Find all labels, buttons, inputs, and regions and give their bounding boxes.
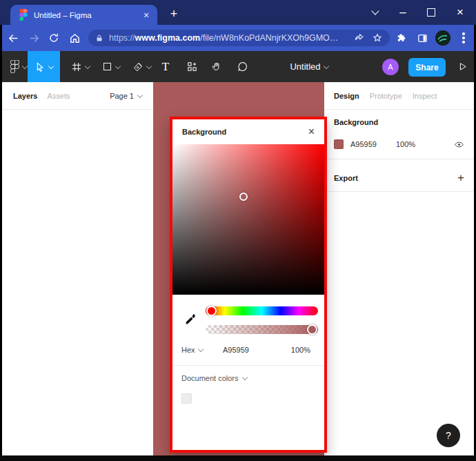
profile-avatar[interactable] xyxy=(435,30,451,46)
background-opacity-value[interactable]: 100% xyxy=(396,140,415,148)
hue-slider-handle[interactable] xyxy=(206,306,217,316)
tab-close-button[interactable]: × xyxy=(141,10,152,21)
opacity-value-input[interactable]: 100% xyxy=(291,346,310,354)
tab-inspect[interactable]: Inspect xyxy=(413,92,437,100)
component-icon xyxy=(186,61,198,72)
tab-title: Untitled – Figma xyxy=(34,11,141,19)
divider xyxy=(172,365,324,366)
document-color-swatch[interactable] xyxy=(181,393,192,404)
page-selector[interactable]: Page 1 xyxy=(110,92,142,100)
pen-tool-button[interactable] xyxy=(127,51,157,82)
browser-titlebar: Untitled – Figma × + – × xyxy=(0,0,476,25)
comment-icon xyxy=(237,61,248,72)
opacity-slider-handle[interactable] xyxy=(307,324,317,335)
chevron-down-icon xyxy=(241,375,247,380)
bookmark-button[interactable] xyxy=(372,32,383,43)
properties-panel: Design Prototype Inspect Background A959… xyxy=(324,82,474,455)
file-title: Untitled xyxy=(290,61,320,72)
puzzle-icon xyxy=(396,32,408,44)
close-window-button[interactable]: × xyxy=(450,3,470,22)
chevron-down-icon xyxy=(146,63,152,68)
background-color-swatch[interactable] xyxy=(334,139,344,149)
frame-icon xyxy=(71,61,82,72)
hue-slider[interactable] xyxy=(206,306,318,315)
chevron-down-icon xyxy=(85,63,90,68)
forward-button[interactable] xyxy=(27,31,41,45)
help-button[interactable]: ? xyxy=(437,424,460,447)
figma-favicon-icon xyxy=(19,9,28,21)
comment-tool-button[interactable] xyxy=(230,51,255,82)
side-panel-button[interactable] xyxy=(415,30,430,46)
extensions-button[interactable] xyxy=(394,30,409,46)
back-button[interactable] xyxy=(6,31,20,45)
kebab-menu-icon xyxy=(462,37,465,39)
opacity-slider[interactable] xyxy=(206,325,318,334)
chevron-down-icon xyxy=(371,7,379,14)
text-tool-button[interactable]: T xyxy=(156,51,175,82)
color-picker-header: Background × xyxy=(172,119,324,144)
minimize-button[interactable]: – xyxy=(393,3,413,22)
background-hex-value[interactable]: A95959 xyxy=(350,140,396,148)
chevron-down-icon xyxy=(137,92,143,97)
back-arrow-icon xyxy=(8,32,19,44)
divider xyxy=(324,159,474,159)
background-color-row: A95959 100% xyxy=(334,137,464,151)
maximize-button[interactable] xyxy=(421,3,442,22)
lock-icon xyxy=(95,34,103,43)
chevron-down-icon xyxy=(323,63,328,68)
export-section-title: Export xyxy=(334,174,358,182)
tab-assets[interactable]: Assets xyxy=(47,92,70,100)
annotation-highlight-box: Background × Hex A95959 100% Document co… xyxy=(170,117,327,453)
tab-layers[interactable]: Layers xyxy=(13,92,37,100)
shape-tool-button[interactable] xyxy=(96,51,126,82)
background-visibility-toggle[interactable] xyxy=(454,139,464,150)
present-button[interactable] xyxy=(453,51,472,82)
color-picker-title: Background xyxy=(182,128,226,136)
background-section-title: Background xyxy=(334,118,378,126)
add-export-button[interactable]: + xyxy=(457,171,464,185)
play-icon xyxy=(457,61,468,72)
frame-tool-button[interactable] xyxy=(66,51,95,82)
tab-prototype[interactable]: Prototype xyxy=(370,92,402,100)
chevron-down-icon xyxy=(22,63,28,68)
reload-button[interactable] xyxy=(47,31,61,45)
address-bar[interactable]: https://www.figma.com/file/nW8nKoPdANnjr… xyxy=(88,30,390,46)
tab-design[interactable]: Design xyxy=(334,92,359,100)
background-section-title-row: Background xyxy=(334,118,464,126)
layers-panel: Layers Assets Page 1 xyxy=(2,82,153,455)
properties-panel-tabs: Design Prototype Inspect xyxy=(324,82,474,110)
share-button[interactable]: Share xyxy=(408,58,446,77)
hand-tool-button[interactable] xyxy=(206,51,228,82)
color-selection-handle[interactable] xyxy=(239,193,248,201)
color-format-selector[interactable]: Hex xyxy=(181,346,203,354)
url-host: www.figma.com xyxy=(135,33,201,43)
collaborator-avatar[interactable]: A xyxy=(382,59,399,75)
chevron-down-icon xyxy=(115,63,120,68)
file-title-menu[interactable]: Untitled xyxy=(278,51,340,82)
text-tool-icon: T xyxy=(162,60,169,74)
component-tool-button[interactable] xyxy=(179,51,204,82)
new-tab-button[interactable]: + xyxy=(165,6,183,23)
app-window: Untitled – Figma × + – × https://www.fig… xyxy=(0,0,476,461)
side-panel-icon xyxy=(417,32,428,44)
saturation-value-area[interactable] xyxy=(172,144,324,295)
eye-icon xyxy=(454,139,464,150)
pen-icon xyxy=(132,61,143,72)
home-icon xyxy=(69,32,81,44)
tab-search-button[interactable] xyxy=(365,3,386,22)
url-text: https://www.figma.com/file/nW8nKoPdANnjr… xyxy=(109,33,351,43)
move-tool-button[interactable] xyxy=(28,51,60,82)
color-format-label: Hex xyxy=(181,346,195,354)
color-picker-close-button[interactable]: × xyxy=(308,126,315,137)
browser-tab[interactable]: Untitled – Figma × xyxy=(10,5,157,25)
star-icon xyxy=(372,32,383,43)
hand-icon xyxy=(211,61,222,72)
share-page-button[interactable] xyxy=(354,32,365,43)
home-button[interactable] xyxy=(68,31,81,45)
cursor-icon xyxy=(34,61,46,72)
browser-menu-button[interactable] xyxy=(456,30,471,46)
chevron-down-icon xyxy=(48,63,54,68)
eyedropper-button[interactable] xyxy=(184,313,199,328)
hex-value-input[interactable]: A95959 xyxy=(223,346,249,354)
document-colors-toggle[interactable]: Document colors xyxy=(181,374,247,382)
